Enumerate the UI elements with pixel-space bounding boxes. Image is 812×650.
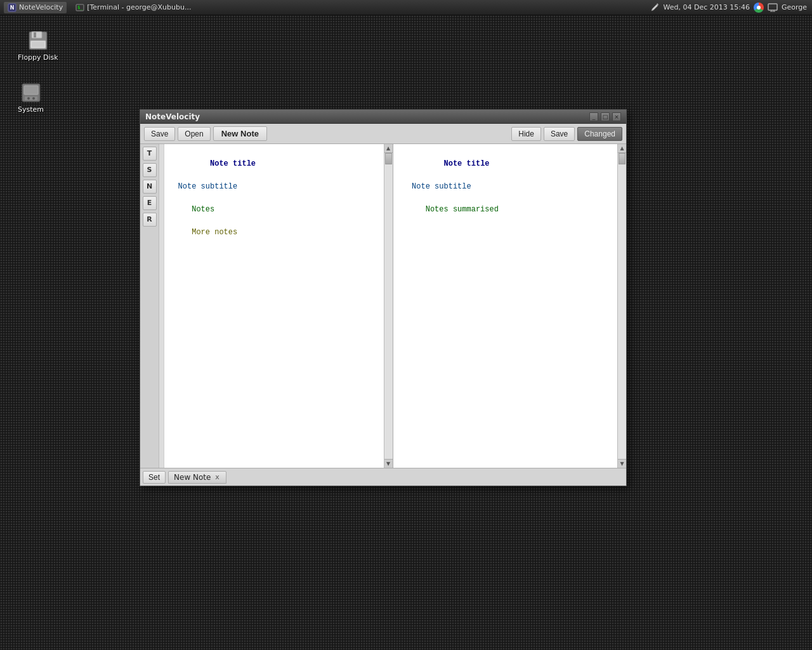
new-note-button[interactable]: New Note	[213, 126, 267, 141]
scrollbar-down-arrow[interactable]: ▼	[384, 459, 393, 468]
panels: Note title Note subtitle Notes More note…	[159, 144, 626, 468]
svg-rect-13	[34, 32, 36, 37]
pencil-taskbar-icon	[650, 3, 659, 12]
scrollbar-thumb[interactable]	[385, 153, 392, 164]
tab-new-note[interactable]: New Note x	[168, 471, 226, 484]
sidebar-btn-r[interactable]: R	[143, 213, 157, 227]
window-body: T S N E R Note title Note subtitle Notes…	[140, 144, 626, 468]
taskbar: N NoteVelocity $_ [Terminal - george@Xub…	[0, 0, 812, 15]
svg-rect-12	[32, 32, 42, 38]
right-scrollbar-up-arrow[interactable]: ▲	[618, 144, 626, 153]
svg-marker-4	[652, 4, 658, 11]
monitor-icon	[768, 3, 778, 12]
right-panel-content: Note title Note subtitle Notes summarise…	[393, 144, 627, 229]
right-panel-scrollbar[interactable]: ▲ ▼	[617, 144, 626, 468]
taskbar-clock: Wed, 04 Dec 2013 15:46	[663, 3, 749, 11]
taskbar-terminal-label: [Terminal - george@Xububu...	[87, 3, 191, 11]
toolbar-right: Hide Save Changed	[511, 127, 622, 141]
bottom-bar: Set New Note x	[140, 468, 626, 486]
taskbar-notevelocity-label: NoteVelocity	[19, 3, 63, 11]
taskbar-left: N NoteVelocity $_ [Terminal - george@Xub…	[0, 2, 645, 13]
left-note-notes: Notes	[164, 205, 214, 214]
taskbar-user: George	[782, 3, 807, 11]
desktop-icon-system[interactable]: System	[18, 83, 44, 114]
save-button[interactable]: Save	[144, 127, 175, 141]
left-note-title: Note title	[210, 159, 256, 168]
left-note-more: More notes	[164, 228, 237, 237]
right-note-subtitle: Note subtitle	[398, 182, 471, 191]
sidebar-btn-s[interactable]: S	[143, 163, 157, 177]
svg-rect-18	[25, 96, 37, 100]
right-scrollbar-thumb[interactable]	[619, 153, 625, 164]
right-note-title: Note title	[444, 159, 490, 168]
sidebar-btn-n[interactable]: N	[143, 180, 157, 194]
chrome-icon[interactable]	[754, 3, 764, 13]
svg-point-19	[27, 97, 30, 100]
left-panel-content: Note title Note subtitle Notes More note…	[159, 144, 393, 252]
window-controls: _ □ ×	[589, 112, 621, 121]
scrollbar-up-arrow[interactable]: ▲	[384, 144, 393, 153]
svg-rect-15	[32, 42, 44, 47]
window-maximize-button[interactable]: □	[601, 112, 610, 121]
sidebar: T S N E R	[140, 144, 159, 468]
taskbar-right: Wed, 04 Dec 2013 15:46 George	[645, 3, 812, 13]
left-panel-scrollbar[interactable]: ▲ ▼	[384, 144, 393, 468]
svg-rect-17	[24, 86, 38, 95]
taskbar-terminal[interactable]: $_ [Terminal - george@Xububu...	[72, 2, 195, 13]
set-button[interactable]: Set	[143, 471, 166, 484]
right-panel[interactable]: Note title Note subtitle Notes summarise…	[393, 144, 627, 468]
left-note-subtitle: Note subtitle	[164, 182, 237, 191]
system-icon	[21, 83, 41, 103]
window-close-button[interactable]: ×	[612, 112, 621, 121]
right-scrollbar-down-arrow[interactable]: ▼	[618, 459, 626, 468]
notevelocity-window: NoteVelocity _ □ × Save Open New Note Hi…	[140, 109, 627, 486]
hide-button[interactable]: Hide	[511, 127, 541, 141]
system-label: System	[18, 105, 44, 114]
terminal-icon: $_	[75, 3, 84, 12]
window-minimize-button[interactable]: _	[589, 112, 598, 121]
svg-text:$_: $_	[77, 5, 83, 10]
left-panel-left-scrollbar	[159, 144, 164, 468]
tab-label: New Note	[174, 473, 211, 482]
floppy-disk-icon	[28, 30, 48, 51]
window-title: NoteVelocity	[145, 112, 200, 121]
svg-point-20	[32, 97, 35, 100]
svg-rect-7	[768, 4, 777, 10]
nv-icon: N	[8, 3, 16, 12]
save-right-button[interactable]: Save	[544, 127, 575, 141]
tab-close-button[interactable]: x	[213, 474, 221, 481]
toolbar: Save Open New Note Hide Save Changed	[140, 124, 626, 144]
sidebar-btn-e[interactable]: E	[143, 196, 157, 210]
right-note-notes: Notes summarised	[398, 205, 499, 214]
svg-text:N: N	[10, 5, 15, 11]
desktop-icon-floppy[interactable]: Floppy Disk	[18, 30, 58, 62]
left-panel[interactable]: Note title Note subtitle Notes More note…	[159, 144, 393, 468]
taskbar-notevelocity[interactable]: N NoteVelocity	[4, 2, 67, 13]
window-titlebar: NoteVelocity _ □ ×	[140, 110, 626, 124]
open-button[interactable]: Open	[178, 127, 210, 141]
changed-button[interactable]: Changed	[577, 127, 622, 141]
floppy-disk-label: Floppy Disk	[18, 53, 58, 62]
sidebar-btn-t[interactable]: T	[143, 147, 157, 161]
